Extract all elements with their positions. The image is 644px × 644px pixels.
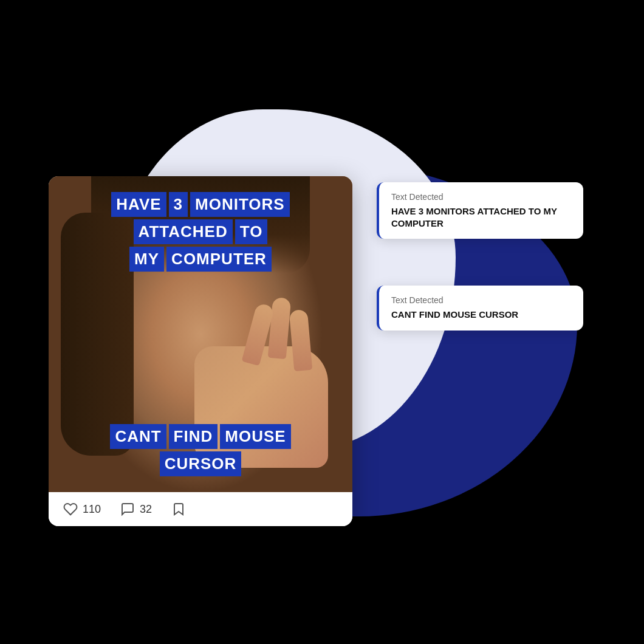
bookmark-action[interactable]	[171, 502, 186, 516]
social-card: HAVE3MONITORSATTACHEDTO MYCOMPUTER CANTF…	[49, 176, 352, 526]
heart-icon	[63, 502, 78, 516]
meme-word: CANT	[110, 424, 166, 449]
meme-word: MONITORS	[190, 192, 290, 217]
meme-word: ATTACHED	[134, 219, 233, 244]
like-count: 110	[83, 503, 101, 516]
meme-word: MY	[129, 247, 164, 272]
meme-word: FIND	[169, 424, 218, 449]
detection-text-1: HAVE 3 MONITORS ATTACHED TO MY COMPUTER	[391, 205, 571, 229]
meme-text-top: HAVE3MONITORSATTACHEDTO MYCOMPUTER	[67, 191, 334, 273]
detection-card-2: Text Detected CANT FIND MOUSE CURSOR	[377, 286, 583, 331]
detection-card-1: Text Detected HAVE 3 MONITORS ATTACHED T…	[377, 182, 583, 239]
bookmark-icon	[171, 502, 186, 516]
scene: HAVE3MONITORSATTACHEDTO MYCOMPUTER CANTF…	[18, 30, 626, 614]
meme-word: COMPUTER	[166, 247, 272, 272]
detection-label-2: Text Detected	[391, 295, 571, 305]
meme-word: 3	[169, 192, 188, 217]
meme-word: CURSOR	[160, 451, 242, 476]
meme-word: HAVE	[111, 192, 166, 217]
meme-text-bottom: CANTFINDMOUSECURSOR	[73, 423, 328, 478]
comment-icon	[120, 502, 135, 516]
meme-word: TO	[235, 219, 268, 244]
detection-label-1: Text Detected	[391, 192, 571, 202]
meme-image: HAVE3MONITORSATTACHEDTO MYCOMPUTER CANTF…	[49, 176, 352, 492]
card-footer: 110 32	[49, 492, 352, 526]
detection-text-2: CANT FIND MOUSE CURSOR	[391, 309, 571, 321]
like-action[interactable]: 110	[63, 502, 101, 516]
comment-count: 32	[140, 503, 152, 516]
comment-action[interactable]: 32	[120, 502, 152, 516]
meme-word: MOUSE	[220, 424, 290, 449]
